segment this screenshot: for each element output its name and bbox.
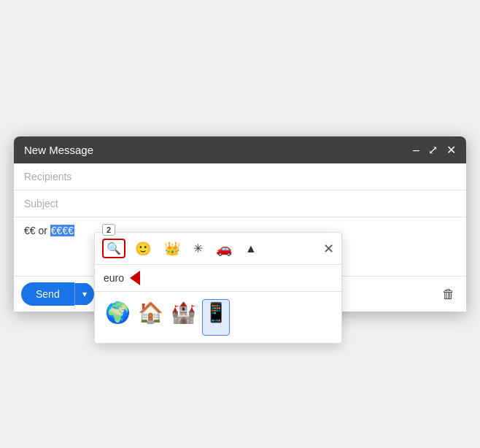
tab-crown[interactable]: 👑 — [160, 239, 184, 258]
highlighted-text: €€€€ — [50, 225, 74, 236]
emoji-globe[interactable]: 🌍 — [104, 299, 132, 336]
tab-triangle[interactable]: ▲ — [241, 241, 260, 257]
crown-icon: 👑 — [164, 241, 180, 257]
tab-search[interactable]: 🔍 — [102, 239, 125, 258]
recipients-placeholder: Recipients — [24, 171, 71, 182]
send-button[interactable]: Send — [21, 282, 74, 306]
smiley-icon: 🙂 — [135, 241, 151, 257]
red-arrow-icon — [130, 271, 140, 285]
tab-flower[interactable]: ✳ — [190, 240, 206, 257]
flower-icon: ✳ — [193, 242, 203, 255]
emoji-house[interactable]: 🏠 — [136, 299, 165, 336]
subject-field[interactable]: Subject — [14, 190, 466, 217]
emoji-castle[interactable]: 🏰 — [169, 299, 198, 336]
header-icons: – ⤢ ✕ — [413, 144, 456, 156]
minimize-button[interactable]: – — [413, 144, 419, 156]
emoji-search-area: euro — [95, 265, 341, 292]
triangle-icon: ▲ — [245, 242, 257, 255]
subject-placeholder: Subject — [24, 198, 58, 209]
step-badge-2: 2 — [102, 224, 115, 236]
send-button-group: Send ▾ — [21, 282, 94, 306]
compose-header: New Message – ⤢ ✕ — [14, 136, 466, 163]
search-query-text: euro — [104, 272, 124, 284]
search-icon: 🔍 — [107, 242, 121, 255]
body-text: €€ or — [24, 225, 50, 236]
recipients-field[interactable]: Recipients — [14, 163, 466, 190]
tab-car[interactable]: 🚗 — [212, 239, 236, 258]
compose-body[interactable]: €€ or €€€€ 2 🔍 🙂 👑 ✳ 🚗 — [14, 217, 466, 276]
car-icon: 🚗 — [216, 241, 232, 257]
emoji-picker: 2 🔍 🙂 👑 ✳ 🚗 ▲ — [94, 232, 342, 344]
tab-emoji[interactable]: 🙂 — [131, 239, 155, 258]
emoji-close-button[interactable]: ✕ — [323, 241, 334, 257]
compose-window: New Message – ⤢ ✕ Recipients Subject €€ … — [14, 136, 466, 312]
send-dropdown-button[interactable]: ▾ — [74, 283, 94, 305]
delete-button[interactable]: 🗑 — [438, 284, 459, 305]
emoji-mobile[interactable]: 📱 — [202, 299, 230, 336]
emoji-results: 🌍 🏠 🏰 📱 — [95, 292, 341, 343]
emoji-tabs: 🔍 🙂 👑 ✳ 🚗 ▲ ✕ — [95, 233, 341, 265]
close-button[interactable]: ✕ — [446, 144, 456, 156]
compose-title: New Message — [24, 144, 93, 156]
chevron-down-icon: ▾ — [82, 289, 87, 299]
expand-button[interactable]: ⤢ — [428, 144, 438, 156]
